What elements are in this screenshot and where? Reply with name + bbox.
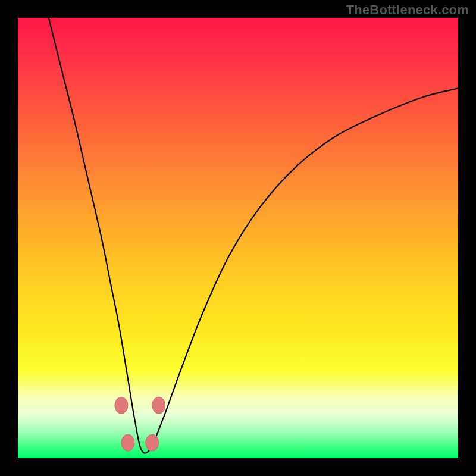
curve-marker-3 [146, 434, 159, 451]
curve-marker-0 [115, 397, 128, 414]
plot-area [18, 18, 458, 458]
curve-marker-2 [121, 434, 134, 451]
chart-svg [18, 18, 458, 458]
watermark-text: TheBottleneck.com [346, 2, 469, 18]
bottleneck-curve [49, 18, 458, 453]
marker-group [115, 397, 165, 451]
curve-marker-1 [152, 397, 165, 414]
chart-frame: TheBottleneck.com [0, 0, 476, 476]
